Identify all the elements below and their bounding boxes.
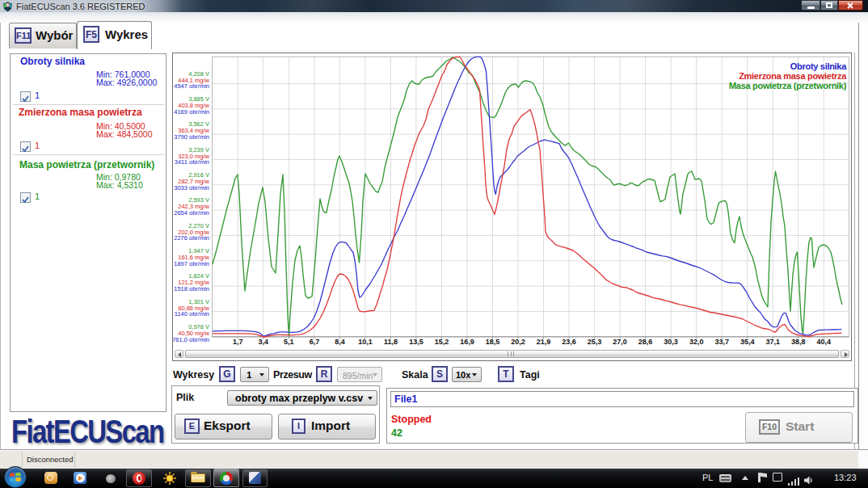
svg-text:16,9: 16,9 — [460, 338, 474, 346]
svg-text:4169 obr/min: 4169 obr/min — [174, 108, 209, 116]
svg-text:3411 obr/min: 3411 obr/min — [175, 158, 209, 166]
svg-text:18,5: 18,5 — [486, 338, 500, 346]
svg-text:4547 obr/min: 4547 obr/min — [174, 82, 209, 90]
svg-text:1,7: 1,7 — [233, 338, 243, 346]
svg-text:20,2: 20,2 — [511, 338, 525, 346]
svg-text:8,4: 8,4 — [335, 338, 345, 346]
svg-text:5,1: 5,1 — [284, 338, 294, 346]
svg-text:38,8: 38,8 — [791, 338, 806, 346]
svg-text:Obroty silnika: Obroty silnika — [790, 61, 847, 71]
svg-text:15,2: 15,2 — [435, 338, 449, 346]
svg-text:1897 obr/min: 1897 obr/min — [174, 260, 209, 267]
svg-text:1140 obr/min: 1140 obr/min — [175, 310, 209, 318]
svg-text:32,0: 32,0 — [689, 338, 704, 346]
svg-text:23,6: 23,6 — [562, 338, 576, 346]
svg-text:2654 obr/min: 2654 obr/min — [174, 209, 209, 217]
svg-text:25,3: 25,3 — [588, 338, 602, 346]
svg-text:37,1: 37,1 — [765, 338, 780, 346]
svg-text:27,0: 27,0 — [613, 338, 627, 346]
svg-text:Zmierzona masa powietrza: Zmierzona masa powietrza — [739, 71, 847, 81]
svg-text:6,7: 6,7 — [310, 338, 320, 346]
svg-text:28,6: 28,6 — [638, 338, 653, 346]
svg-text:13,5: 13,5 — [409, 338, 423, 346]
svg-text:40,4: 40,4 — [817, 338, 832, 346]
svg-text:11,8: 11,8 — [384, 338, 398, 346]
svg-text:33,7: 33,7 — [714, 338, 729, 346]
svg-text:3,4: 3,4 — [259, 338, 269, 346]
svg-text:761,0 obr/min: 761,0 obr/min — [172, 336, 209, 343]
svg-text:3033 obr/min: 3033 obr/min — [174, 184, 209, 191]
svg-text:1518 obr/min: 1518 obr/min — [174, 285, 209, 292]
svg-text:2276 obr/min: 2276 obr/min — [174, 234, 209, 242]
svg-text:21,9: 21,9 — [537, 338, 551, 346]
svg-text:Masa powietrza (przetwornik): Masa powietrza (przetwornik) — [729, 81, 847, 90]
svg-text:30,3: 30,3 — [664, 338, 678, 346]
svg-text:35,4: 35,4 — [740, 338, 755, 346]
svg-text:3790 obr/min: 3790 obr/min — [174, 133, 209, 141]
svg-text:10,1: 10,1 — [358, 338, 373, 346]
